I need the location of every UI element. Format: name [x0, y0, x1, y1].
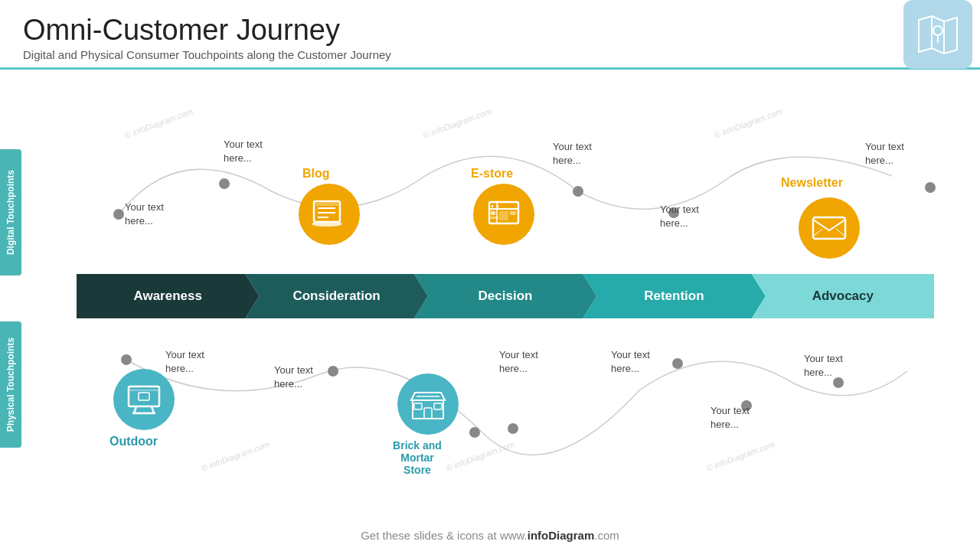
physical-text-1: Your texthere... [165, 348, 204, 376]
physical-text-5: Your texthere... [710, 404, 750, 432]
svg-rect-32 [129, 386, 159, 406]
stage-advocacy: Advocacy [752, 274, 934, 318]
digital-text-4: Your texthere... [660, 203, 699, 230]
watermark-1: © infoDiagram.com [123, 106, 194, 140]
blog-icon [299, 184, 360, 245]
stage-decision: Decision [414, 274, 596, 318]
digital-text-5: Your texthere... [865, 140, 904, 168]
svg-point-5 [925, 182, 936, 193]
header: Omni-Customer Journey Digital and Physic… [0, 0, 980, 70]
svg-line-30 [813, 229, 822, 236]
svg-rect-29 [813, 217, 845, 239]
watermark-6: © infoDiagram.com [705, 439, 776, 473]
svg-rect-24 [491, 217, 498, 219]
physical-text-3: Your texthere... [499, 348, 538, 376]
page-subtitle: Digital and Physical Consumer Touchpoint… [23, 48, 391, 61]
watermark-4: © infoDiagram.com [200, 439, 271, 473]
watermark-2: © infoDiagram.com [422, 106, 493, 140]
svg-point-8 [469, 427, 480, 438]
stage-consideration: Consideration [245, 274, 427, 318]
header-text: Omni-Customer Journey Digital and Physic… [23, 14, 391, 61]
svg-line-34 [152, 406, 154, 413]
physical-touchpoints-label: Physical Touchpoints [0, 321, 21, 448]
svg-point-2 [219, 178, 230, 189]
svg-point-3 [573, 186, 583, 197]
blog-label: Blog [302, 167, 330, 181]
footer-text: Get these slides & icons at www.infoDiag… [361, 529, 619, 542]
svg-rect-25 [499, 211, 508, 220]
svg-rect-39 [424, 408, 432, 419]
digital-text-3: Your texthere... [553, 140, 592, 168]
svg-point-7 [328, 366, 338, 377]
estore-label: E-store [471, 167, 513, 181]
svg-rect-40 [414, 403, 422, 409]
physical-text-6: Your texthere... [804, 352, 843, 380]
svg-rect-23 [491, 211, 495, 215]
physical-text-2: Your texthere... [274, 364, 313, 391]
svg-rect-37 [139, 393, 149, 400]
svg-rect-41 [434, 403, 442, 409]
digital-text-2: Your texthere... [224, 138, 263, 165]
footer: Get these slides & icons at www.infoDiag… [0, 529, 980, 542]
stage-retention: Retention [583, 274, 765, 318]
outdoor-icon [113, 369, 175, 430]
stage-awareness: Awareness [77, 274, 259, 318]
svg-point-9 [508, 423, 518, 434]
page-title: Omni-Customer Journey [23, 14, 391, 47]
svg-line-33 [134, 406, 136, 413]
svg-point-6 [121, 354, 132, 365]
brick-mortar-icon [397, 373, 459, 435]
svg-point-10 [672, 358, 683, 369]
newsletter-label: Newsletter [781, 176, 843, 190]
svg-point-1 [113, 209, 124, 220]
newsletter-icon [799, 197, 860, 259]
svg-rect-26 [510, 211, 516, 215]
digital-text-1: Your texthere... [125, 201, 164, 228]
outdoor-label: Outdoor [109, 435, 158, 448]
digital-touchpoints-label: Digital Touchpoints [0, 149, 21, 276]
brick-mortar-label: Brick and MortarStore [379, 439, 456, 476]
svg-point-0 [933, 26, 942, 35]
svg-rect-18 [315, 203, 338, 206]
journey-bar: Awareness Consideration Decision Retenti… [77, 274, 934, 318]
map-icon [903, 0, 972, 69]
physical-text-4: Your texthere... [611, 348, 650, 376]
watermark-3: © infoDiagram.com [713, 106, 784, 140]
estore-icon [473, 184, 534, 245]
svg-line-31 [836, 229, 845, 236]
